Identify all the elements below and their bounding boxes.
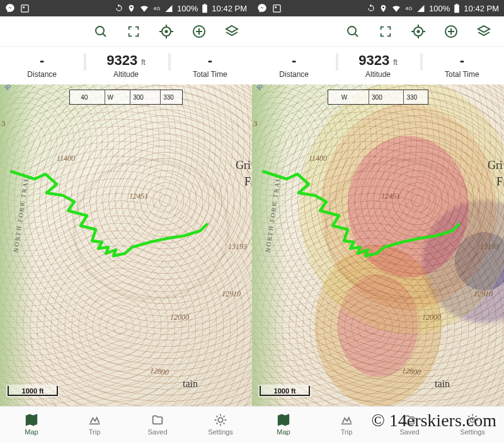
screenshot-saved-icon	[20, 4, 30, 13]
screenshot-left: 4G 100% 10:42 PM	[0, 0, 252, 442]
location-icon	[127, 4, 135, 13]
nav-trip[interactable]: Trip	[63, 407, 126, 442]
scale-bar: 1000 ft	[258, 385, 311, 397]
network-label: 4G	[153, 6, 161, 11]
add-button[interactable]	[442, 23, 460, 40]
svg-point-21	[418, 30, 420, 32]
stat-altitude[interactable]: 9323 ft Altitude	[84, 47, 168, 84]
messenger-notification-icon	[257, 3, 267, 13]
wifi-icon	[139, 4, 149, 13]
map-canvas[interactable]: 11400 12451 13193 12910 12000 12800 Gri …	[252, 84, 504, 406]
compass-tick: 300	[130, 90, 144, 104]
distance-value: -	[40, 52, 44, 69]
battery-icon	[202, 4, 208, 13]
scale-label: 1000 ft	[274, 387, 296, 395]
nav-label: Settings	[208, 428, 233, 436]
svg-point-14	[218, 417, 222, 422]
map-toolbar	[252, 16, 504, 47]
bottom-nav: Map Trip Saved Settings	[0, 406, 252, 442]
stat-altitude[interactable]: 9323 ft Altitude	[336, 47, 420, 84]
svg-line-4	[103, 33, 106, 37]
nav-label: Settings	[460, 428, 485, 436]
altitude-value: 9323	[106, 52, 137, 69]
android-status-bar: 4G 100% 10:42 PM	[0, 0, 252, 16]
distance-label: Distance	[27, 70, 57, 79]
wifi-icon	[391, 4, 401, 13]
clock-text: 10:42 PM	[464, 4, 499, 13]
signal-icon	[164, 4, 173, 13]
compass-tick: 40	[78, 90, 88, 104]
svg-point-3	[96, 26, 104, 35]
totaltime-value: -	[460, 52, 464, 69]
compass-ruler[interactable]: W 300 330	[328, 90, 428, 105]
scale-bar: 1000 ft	[6, 385, 59, 397]
layers-button[interactable]	[475, 23, 493, 40]
battery-percent: 100%	[177, 4, 198, 13]
android-status-bar: 4G 100% 10:42 PM	[252, 0, 504, 16]
location-icon	[379, 4, 387, 13]
svg-point-29	[470, 417, 474, 422]
altitude-unit: ft	[393, 58, 398, 67]
totaltime-value: -	[208, 52, 212, 69]
nav-label: Trip	[341, 428, 353, 436]
stat-distance[interactable]: - Distance	[252, 47, 336, 84]
altitude-label: Altitude	[113, 70, 139, 79]
totaltime-label: Total Time	[445, 70, 479, 79]
network-label: 4G	[405, 6, 413, 11]
stat-totaltime[interactable]: - Total Time	[168, 47, 252, 84]
stat-totaltime[interactable]: - Total Time	[420, 47, 504, 84]
map-canvas[interactable]: 11400 12451 13193 12910 12000 12800 Gri …	[0, 84, 252, 406]
nav-map[interactable]: Map	[252, 407, 315, 442]
altitude-value: 9323	[358, 52, 389, 69]
scale-label: 1000 ft	[22, 387, 44, 395]
nav-label: Map	[25, 428, 38, 436]
signal-icon	[416, 4, 425, 13]
battery-icon	[454, 4, 460, 13]
nav-map[interactable]: Map	[0, 407, 63, 442]
compass-tick: W	[339, 90, 347, 104]
messenger-notification-icon	[5, 3, 15, 13]
svg-rect-1	[203, 4, 208, 13]
nav-saved[interactable]: Saved	[126, 407, 189, 442]
locate-me-button[interactable]	[410, 23, 427, 40]
search-button[interactable]	[344, 23, 362, 40]
slope-angle-overlay	[252, 84, 504, 406]
map-toolbar	[0, 16, 252, 47]
add-button[interactable]	[190, 23, 208, 40]
sync-icon	[115, 4, 123, 13]
nav-trip[interactable]: Trip	[315, 407, 378, 442]
totaltime-label: Total Time	[193, 70, 227, 79]
svg-rect-17	[456, 4, 458, 5]
altitude-unit: ft	[141, 58, 146, 67]
nav-label: Saved	[147, 428, 167, 436]
search-button[interactable]	[92, 23, 110, 40]
locate-me-button[interactable]	[158, 23, 175, 40]
distance-label: Distance	[279, 70, 309, 79]
compass-tick: 330	[160, 90, 174, 104]
clock-text: 10:42 PM	[212, 4, 247, 13]
layers-button[interactable]	[223, 23, 241, 40]
nav-settings[interactable]: Settings	[189, 407, 252, 442]
fullscreen-button[interactable]	[125, 23, 142, 40]
screenshot-right: 4G 100% 10:42 PM - Distance 9323 ft	[252, 0, 504, 442]
compass-tick: 300	[369, 90, 382, 104]
nav-label: Trip	[89, 428, 101, 436]
stat-distance[interactable]: - Distance	[0, 47, 84, 84]
svg-point-6	[166, 30, 168, 32]
compass-tick: W	[105, 90, 113, 104]
stats-row: - Distance 9323 ft Altitude - Total Time	[252, 47, 504, 84]
nav-saved[interactable]: Saved	[378, 407, 441, 442]
svg-rect-2	[204, 4, 206, 5]
compass-tick: 330	[403, 90, 417, 104]
battery-percent: 100%	[429, 4, 450, 13]
nav-label: Saved	[399, 428, 419, 436]
fullscreen-button[interactable]	[377, 23, 394, 40]
stats-row: - Distance 9323 ft Altitude - Total Time	[0, 47, 252, 84]
svg-rect-0	[21, 4, 28, 11]
compass-ruler[interactable]: 40 W 300 330	[69, 90, 183, 105]
nav-settings[interactable]: Settings	[441, 407, 504, 442]
svg-rect-16	[455, 4, 460, 13]
altitude-label: Altitude	[365, 70, 391, 79]
topo-basemap	[0, 84, 252, 406]
svg-line-19	[355, 33, 358, 37]
